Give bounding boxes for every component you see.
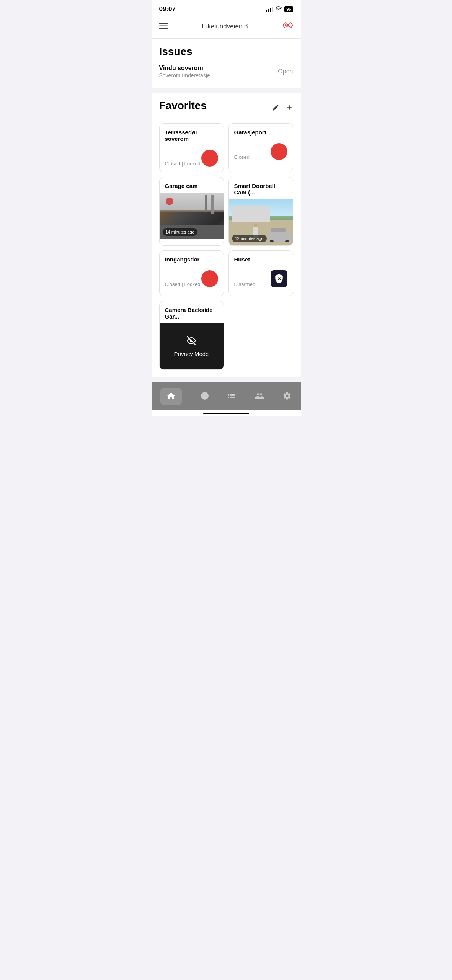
svg-rect-2 <box>159 25 168 26</box>
card-title: Garasjeport <box>234 129 287 136</box>
card-status: Disarmed <box>234 281 256 287</box>
home-indicator <box>152 410 301 416</box>
card-title: Smart Doorbell Cam (... <box>229 177 293 196</box>
card-inngangsdor[interactable]: Inngangsdør Closed | Locked <box>159 250 224 296</box>
card-title: Inngangsdør <box>165 256 218 263</box>
issue-name: Vindu soverom <box>159 65 210 72</box>
card-smart-doorbell[interactable]: Smart Doorbell Cam (... <box>228 177 293 246</box>
add-favorite-icon[interactable] <box>286 104 293 113</box>
card-status: Closed <box>234 154 250 160</box>
svg-rect-3 <box>159 28 168 29</box>
nav-item-rules[interactable] <box>221 390 243 403</box>
nav-item-users[interactable] <box>249 390 270 403</box>
status-time: 09:07 <box>159 5 176 13</box>
card-status: Closed | Locked <box>165 281 201 287</box>
favorites-section: Favorites Terrassedør soverom <box>152 93 301 377</box>
status-indicator-red <box>271 143 287 160</box>
wifi-icon <box>275 6 282 13</box>
svg-point-4 <box>286 24 289 27</box>
status-indicator-red <box>201 270 218 287</box>
card-camera-backside[interactable]: Camera Backside Gar... Privacy Mode <box>159 301 224 370</box>
card-garasjeport[interactable]: Garasjeport Closed <box>228 123 293 172</box>
nav-item-scenes[interactable] <box>194 390 215 403</box>
settings-icon <box>282 391 292 402</box>
card-status-row: Disarmed ✕ <box>234 270 287 287</box>
card-title: Camera Backside Gar... <box>160 301 224 320</box>
edit-favorites-icon[interactable] <box>272 104 279 113</box>
card-status-row: Closed | Locked <box>165 270 218 287</box>
svg-point-0 <box>278 10 279 11</box>
card-huset[interactable]: Huset Disarmed ✕ <box>228 250 293 296</box>
card-status-row: Closed | Locked <box>165 150 218 167</box>
card-title: Terrassedør soverom <box>165 129 218 142</box>
issues-title: Issues <box>159 46 293 58</box>
battery-indicator: 95 <box>284 6 293 12</box>
home-indicator-bar <box>203 413 249 414</box>
privacy-mode-icon <box>186 336 197 348</box>
issue-details: Vindu soverom Soverom underetasje <box>159 65 210 78</box>
issues-section: Issues Vindu soverom Soverom underetasje… <box>152 39 301 88</box>
home-icon <box>166 395 176 402</box>
signal-bars-icon <box>266 7 273 12</box>
favorites-header: Favorites <box>159 100 293 117</box>
status-icons: 95 <box>266 6 293 13</box>
main-content: Issues Vindu soverom Soverom underetasje… <box>152 39 301 377</box>
privacy-mode-label: Privacy Mode <box>174 351 209 357</box>
home-nav-bg <box>160 388 182 405</box>
nav-item-home[interactable] <box>154 387 188 407</box>
card-status: Closed | Locked <box>165 161 201 167</box>
card-garage-cam[interactable]: Garage cam 14 minutes ago <box>159 177 224 246</box>
users-icon <box>255 391 264 402</box>
cards-grid: Terrassedør soverom Closed | Locked Gara… <box>159 123 293 370</box>
camera-feed-garage: 14 minutes ago <box>160 193 224 239</box>
nav-item-settings[interactable] <box>276 390 298 403</box>
status-bar: 09:07 95 <box>152 0 301 16</box>
menu-icon[interactable] <box>159 22 168 31</box>
bottom-navigation <box>152 382 301 410</box>
scenes-icon <box>200 391 209 402</box>
svg-text:✕: ✕ <box>277 276 281 281</box>
header-title: Eikelundveien 8 <box>202 23 248 30</box>
svg-rect-1 <box>159 23 168 24</box>
status-indicator-red <box>201 150 218 167</box>
favorites-title: Favorites <box>159 100 207 112</box>
issue-status: Open <box>278 68 293 75</box>
favorites-actions <box>272 104 293 113</box>
card-title: Huset <box>234 256 287 263</box>
card-terrassedor[interactable]: Terrassedør soverom Closed | Locked <box>159 123 224 172</box>
rules-icon <box>227 391 237 402</box>
header: Eikelundveien 8 <box>152 16 301 39</box>
shield-alarm-icon: ✕ <box>271 270 287 287</box>
camera-feed-doorbell: 12 minutes ago <box>229 199 293 245</box>
privacy-mode-container: Privacy Mode <box>160 323 224 369</box>
camera-timestamp: 14 minutes ago <box>163 228 197 236</box>
svg-point-7 <box>201 392 209 400</box>
live-broadcast-icon[interactable] <box>282 21 293 32</box>
camera-timestamp: 12 minutes ago <box>232 235 267 242</box>
card-title: Garage cam <box>160 177 224 189</box>
issue-item[interactable]: Vindu soverom Soverom underetasje Open <box>159 63 293 82</box>
issue-location: Soverom underetasje <box>159 72 210 78</box>
card-status-row: Closed <box>234 143 287 160</box>
